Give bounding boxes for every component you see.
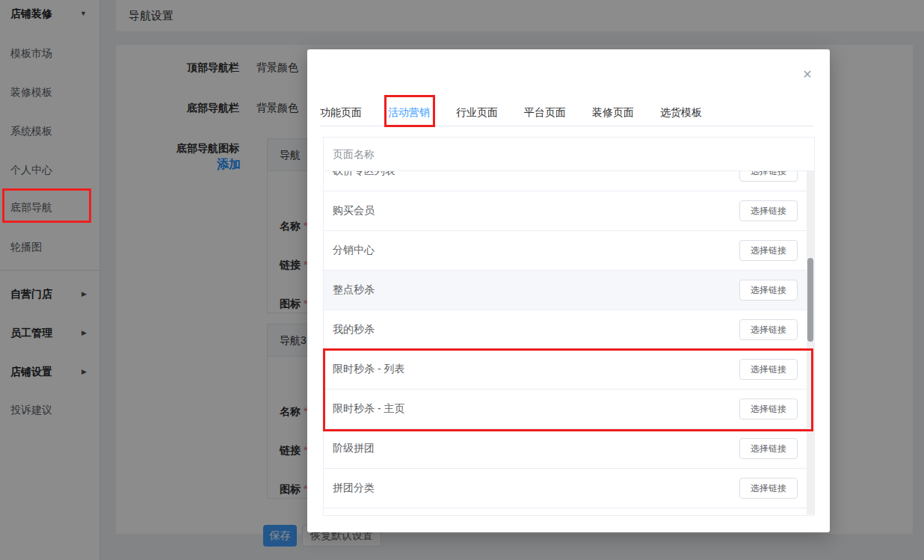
page-name: 购买会员 xyxy=(333,204,739,218)
page-name: 阶级拼团 xyxy=(333,442,739,455)
tab-industry-pages[interactable]: 行业页面 xyxy=(456,99,498,126)
select-link-button[interactable]: 选择链接 xyxy=(739,280,798,301)
tab-platform-pages[interactable]: 平台页面 xyxy=(524,99,566,126)
page-name: 拼团分类 xyxy=(333,481,739,495)
page-name: 限时秒杀 - 列表 xyxy=(333,363,739,376)
tab-decoration-pages[interactable]: 装修页面 xyxy=(592,99,634,126)
page-name: 整点秒杀 xyxy=(333,283,739,297)
select-link-button[interactable]: 选择链接 xyxy=(739,399,798,419)
select-link-button[interactable]: 选择链接 xyxy=(739,359,798,380)
table-body-inner: 砍价专区列表选择链接购买会员选择链接分销中心选择链接整点秒杀选择链接我的秒杀选择… xyxy=(324,171,814,514)
table-scroll-area: 砍价专区列表选择链接购买会员选择链接分销中心选择链接整点秒杀选择链接我的秒杀选择… xyxy=(324,171,814,514)
select-link-button[interactable]: 选择链接 xyxy=(739,171,798,182)
table-row: 购买会员选择链接 xyxy=(324,191,814,231)
modal-tabs: 功能页面活动营销行业页面平台页面装修页面选货模板 xyxy=(320,99,702,126)
select-link-button[interactable]: 选择链接 xyxy=(739,478,798,499)
page-name: 我的秒杀 xyxy=(333,323,739,336)
page-name: 分销中心 xyxy=(333,244,739,257)
select-link-button[interactable]: 选择链接 xyxy=(739,438,798,459)
scrollbar-thumb[interactable] xyxy=(807,258,813,342)
screen: 店铺装修▼模板市场装修模板系统模板个人中心底部导航轮播图自营门店▶员工管理▶店铺… xyxy=(0,0,924,560)
close-icon[interactable]: ✕ xyxy=(800,67,815,82)
select-link-button[interactable]: 选择链接 xyxy=(739,319,798,340)
select-link-button[interactable]: 选择链接 xyxy=(739,200,798,221)
tab-activity-marketing[interactable]: 活动营销 xyxy=(388,99,430,126)
table-row: 阶级拼团选择链接 xyxy=(324,429,814,469)
page-name: 限时秒杀 - 主页 xyxy=(333,402,739,416)
select-link-modal: ✕ 功能页面活动营销行业页面平台页面装修页面选货模板 页面名称 砍价专区列表选择… xyxy=(307,49,830,532)
tabs-underline xyxy=(320,126,813,126)
table-row: 拼团分类选择链接 xyxy=(324,469,814,508)
table-row: 分销中心选择链接 xyxy=(324,231,814,271)
table-row: 砍价专区列表选择链接 xyxy=(324,171,814,191)
tab-function-pages[interactable]: 功能页面 xyxy=(320,99,362,126)
table-row: 限时秒杀 - 列表选择链接 xyxy=(324,350,814,390)
table-row: 整点秒杀选择链接 xyxy=(324,271,814,310)
tab-goods-template[interactable]: 选货模板 xyxy=(660,99,702,126)
scrollbar-track[interactable] xyxy=(807,171,814,514)
table-row-partial xyxy=(324,508,814,514)
page-link-table: 页面名称 砍价专区列表选择链接购买会员选择链接分销中心选择链接整点秒杀选择链接我… xyxy=(323,137,815,516)
table-row: 限时秒杀 - 主页选择链接 xyxy=(324,390,814,429)
table-row: 我的秒杀选择链接 xyxy=(324,310,814,350)
table-header: 页面名称 xyxy=(324,138,814,171)
page-name: 砍价专区列表 xyxy=(333,171,739,178)
select-link-button[interactable]: 选择链接 xyxy=(739,240,798,261)
